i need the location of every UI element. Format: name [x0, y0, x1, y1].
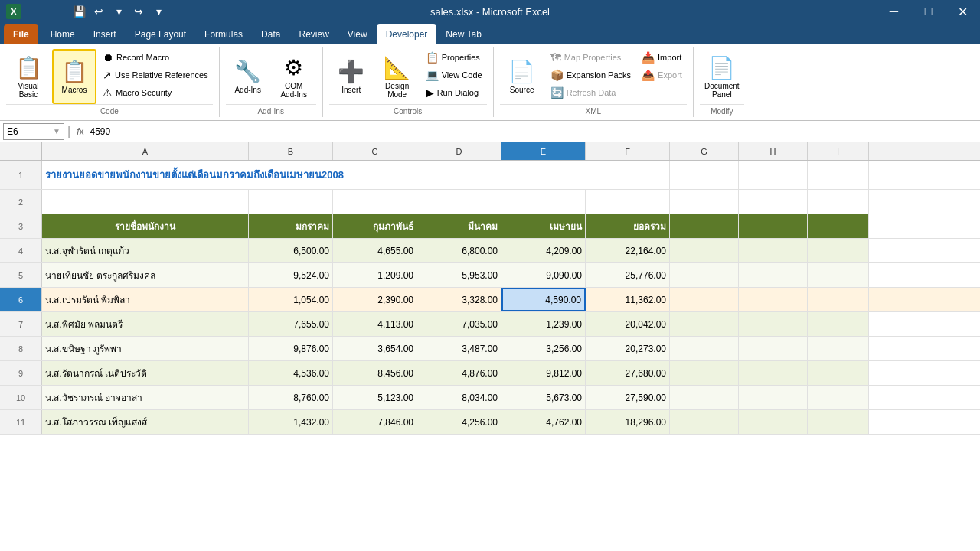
row-num-10[interactable]: 10: [0, 386, 42, 409]
cell-i5[interactable]: [808, 263, 869, 287]
cell-c10[interactable]: 5,123.00: [333, 386, 417, 409]
cell-d10[interactable]: 8,034.00: [417, 386, 501, 409]
use-relative-references-button[interactable]: ↗ Use Relative References: [98, 67, 213, 83]
tab-insert[interactable]: Insert: [84, 24, 126, 44]
cell-h5[interactable]: [739, 263, 808, 287]
minimize-button[interactable]: ─: [877, 0, 911, 23]
cell-d4[interactable]: 6,800.00: [417, 239, 501, 262]
cell-c2[interactable]: [333, 190, 417, 214]
cell-c4[interactable]: 4,655.00: [333, 239, 417, 262]
cell-g5[interactable]: [670, 263, 739, 287]
export-button[interactable]: 📤 Export: [637, 67, 687, 83]
row-num-4[interactable]: 4: [0, 239, 42, 262]
cell-a3[interactable]: รายชื่อพนักงาน: [42, 214, 249, 238]
com-addins-button[interactable]: ⚙ COMAdd-Ins: [272, 49, 316, 104]
row-num-3[interactable]: 3: [0, 214, 42, 238]
cell-b5[interactable]: 9,524.00: [249, 263, 333, 287]
cell-b3[interactable]: มกราคม: [249, 214, 333, 238]
properties-button[interactable]: 📋 Properties: [421, 49, 487, 66]
row-num-2[interactable]: 2: [0, 190, 42, 214]
cell-f9[interactable]: 27,680.00: [586, 361, 670, 385]
cell-d11[interactable]: 4,256.00: [417, 410, 501, 434]
tab-view[interactable]: View: [338, 24, 377, 44]
cell-f4[interactable]: 22,164.00: [586, 239, 670, 262]
cell-e2[interactable]: [501, 190, 586, 214]
undo-dropdown[interactable]: ▾: [110, 3, 127, 20]
row-num-5[interactable]: 5: [0, 263, 42, 287]
cell-d5[interactable]: 5,953.00: [417, 263, 501, 287]
run-dialog-button[interactable]: ▶ Run Dialog: [421, 84, 487, 101]
cell-b9[interactable]: 4,536.00: [249, 361, 333, 385]
cell-c5[interactable]: 1,209.00: [333, 263, 417, 287]
cell-g9[interactable]: [670, 361, 739, 385]
cell-c3[interactable]: กุมภาพันธ์: [333, 214, 417, 238]
cell-i3[interactable]: [808, 214, 869, 238]
close-button[interactable]: ✕: [946, 0, 980, 23]
col-header-c[interactable]: C: [333, 142, 417, 160]
tab-data[interactable]: Data: [252, 24, 289, 44]
view-code-button[interactable]: 💻 View Code: [421, 67, 487, 83]
col-header-h[interactable]: H: [739, 142, 808, 160]
cell-i9[interactable]: [808, 361, 869, 385]
cell-e5[interactable]: 9,090.00: [501, 263, 586, 287]
row-num-7[interactable]: 7: [0, 312, 42, 336]
cell-h2[interactable]: [739, 190, 808, 214]
row-num-8[interactable]: 8: [0, 337, 42, 360]
cell-d9[interactable]: 4,876.00: [417, 361, 501, 385]
cell-g8[interactable]: [670, 337, 739, 360]
cell-a7[interactable]: น.ส.พิศมัย พลมนตรี: [42, 312, 249, 336]
cell-e6[interactable]: 4,590.00: [501, 288, 586, 311]
cell-c7[interactable]: 4,113.00: [333, 312, 417, 336]
cell-c9[interactable]: 8,456.00: [333, 361, 417, 385]
cell-a11[interactable]: น.ส.โสภาวรรณ เพ็ญแสงส์: [42, 410, 249, 434]
col-header-b[interactable]: B: [249, 142, 333, 160]
cell-g10[interactable]: [670, 386, 739, 409]
insert-control-button[interactable]: ➕ Insert: [329, 49, 374, 104]
cell-e9[interactable]: 9,812.00: [501, 361, 586, 385]
cell-f2[interactable]: [586, 190, 670, 214]
cell-i2[interactable]: [808, 190, 869, 214]
maximize-button[interactable]: □: [911, 0, 946, 23]
cell-d6[interactable]: 3,328.00: [417, 288, 501, 311]
cell-h8[interactable]: [739, 337, 808, 360]
addins-button[interactable]: 🔧 Add-Ins: [226, 49, 270, 104]
cell-reference-box[interactable]: E6 ▼: [3, 123, 64, 140]
cell-h3[interactable]: [739, 214, 808, 238]
cell-h6[interactable]: [739, 288, 808, 311]
col-header-f[interactable]: F: [586, 142, 670, 160]
expansion-packs-button[interactable]: 📦 Expansion Packs: [546, 67, 635, 83]
tab-home[interactable]: Home: [41, 24, 84, 44]
cell-b6[interactable]: 1,054.00: [249, 288, 333, 311]
formula-input[interactable]: [90, 126, 978, 137]
cell-g11[interactable]: [670, 410, 739, 434]
cell-f5[interactable]: 25,776.00: [586, 263, 670, 287]
cell-i4[interactable]: [808, 239, 869, 262]
cell-g4[interactable]: [670, 239, 739, 262]
cell-a9[interactable]: น.ส.รัตนากรณ์ เนติประวัติ: [42, 361, 249, 385]
import-button[interactable]: 📥 Import: [637, 49, 687, 66]
cell-i11[interactable]: [808, 410, 869, 434]
col-header-d[interactable]: D: [417, 142, 501, 160]
cell-h1[interactable]: [739, 161, 808, 189]
tab-page-layout[interactable]: Page Layout: [126, 24, 195, 44]
cell-d8[interactable]: 3,487.00: [417, 337, 501, 360]
cell-g2[interactable]: [670, 190, 739, 214]
cell-i10[interactable]: [808, 386, 869, 409]
design-mode-button[interactable]: 📐 DesignMode: [375, 49, 420, 104]
cell-a4[interactable]: น.ส.จุฬารัตน์ เกตุแก้ว: [42, 239, 249, 262]
cell-g7[interactable]: [670, 312, 739, 336]
tab-review[interactable]: Review: [289, 24, 338, 44]
cell-c11[interactable]: 7,846.00: [333, 410, 417, 434]
document-panel-button[interactable]: 📄 DocumentPanel: [700, 49, 744, 104]
tab-developer[interactable]: Developer: [377, 24, 437, 44]
cell-f11[interactable]: 18,296.00: [586, 410, 670, 434]
tab-new-tab[interactable]: New Tab: [436, 24, 490, 44]
record-macro-button[interactable]: ⏺ Record Macro: [98, 49, 213, 66]
cell-a2[interactable]: [42, 190, 249, 214]
cell-b2[interactable]: [249, 190, 333, 214]
cell-g1[interactable]: [670, 161, 739, 189]
cell-b4[interactable]: 6,500.00: [249, 239, 333, 262]
redo-button[interactable]: ↪: [130, 3, 147, 20]
cell-h4[interactable]: [739, 239, 808, 262]
cell-d7[interactable]: 7,035.00: [417, 312, 501, 336]
